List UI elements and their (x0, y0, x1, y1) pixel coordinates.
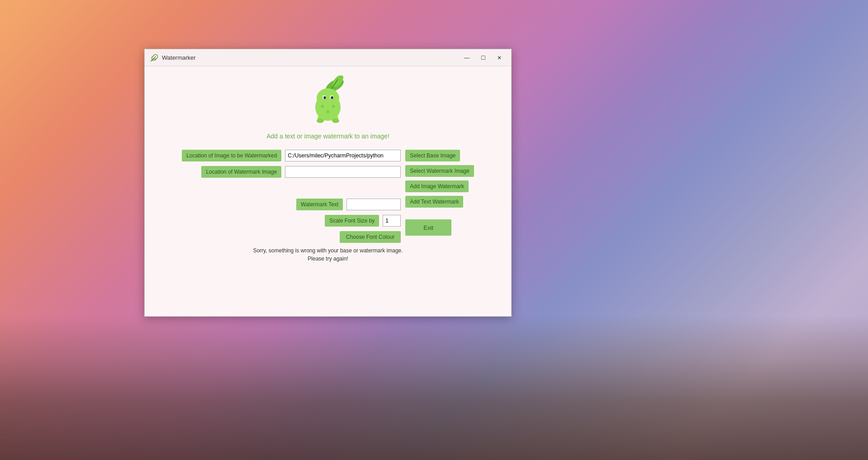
window-title: Watermarker (162, 54, 460, 61)
error-line-1: Sorry, something is wrong with your base… (253, 247, 403, 254)
svg-point-7 (317, 88, 339, 108)
base-image-label: Location of Image to be Watermarked (182, 150, 281, 161)
base-image-row: Location of Image to be Watermarked (182, 150, 401, 161)
error-line-2: Please try again! (308, 256, 348, 262)
feather-icon (150, 54, 158, 62)
main-form: Location of Image to be Watermarked Loca… (158, 150, 498, 243)
title-bar: Watermarker — ☐ ✕ (145, 49, 511, 66)
close-button[interactable]: ✕ (493, 52, 506, 64)
watermark-image-input[interactable] (285, 166, 401, 178)
window-controls: — ☐ ✕ (460, 52, 506, 64)
watermark-text-input[interactable] (346, 199, 401, 210)
choose-colour-row: Choose Font Colour (340, 231, 401, 243)
subtitle-text: Add a text or image watermark to an imag… (266, 133, 389, 140)
add-image-watermark-button[interactable]: Add Image Watermark (405, 180, 469, 192)
pier-overlay (0, 315, 868, 460)
watermark-text-row: Watermark Text (296, 199, 401, 210)
watermark-text-label: Watermark Text (296, 199, 343, 210)
add-text-watermark-button[interactable]: Add Text Watermark (405, 196, 463, 208)
error-message: Sorry, something is wrong with your base… (253, 247, 403, 263)
select-base-image-button[interactable]: Select Base Image (405, 150, 460, 161)
svg-point-12 (321, 105, 324, 108)
logo-area (305, 76, 351, 127)
window-content: Add a text or image watermark to an imag… (145, 66, 511, 316)
svg-point-13 (332, 105, 335, 108)
scale-font-label: Scale Font Size by (325, 215, 379, 227)
svg-point-14 (327, 110, 330, 114)
svg-point-18 (332, 119, 339, 123)
maximize-button[interactable]: ☐ (477, 52, 489, 64)
watermark-image-label: Location of Watermark Image (201, 166, 281, 178)
choose-font-colour-button[interactable]: Choose Font Colour (340, 231, 401, 243)
minimize-button[interactable]: — (460, 52, 473, 64)
right-column: Select Base Image Select Watermark Image… (405, 150, 474, 243)
watermark-image-row: Location of Watermark Image (201, 166, 401, 178)
svg-point-11 (331, 96, 333, 99)
base-image-input[interactable] (285, 150, 401, 161)
scale-font-row: Scale Font Size by (325, 215, 401, 227)
application-window: Watermarker — ☐ ✕ (144, 49, 512, 317)
exit-button[interactable]: Exit (405, 219, 451, 236)
app-logo (305, 76, 351, 125)
select-watermark-image-button[interactable]: Select Watermark Image (405, 165, 474, 177)
left-column: Location of Image to be Watermarked Loca… (182, 150, 401, 243)
svg-point-10 (324, 96, 326, 99)
font-scale-input[interactable] (383, 215, 401, 227)
svg-point-17 (317, 119, 324, 123)
